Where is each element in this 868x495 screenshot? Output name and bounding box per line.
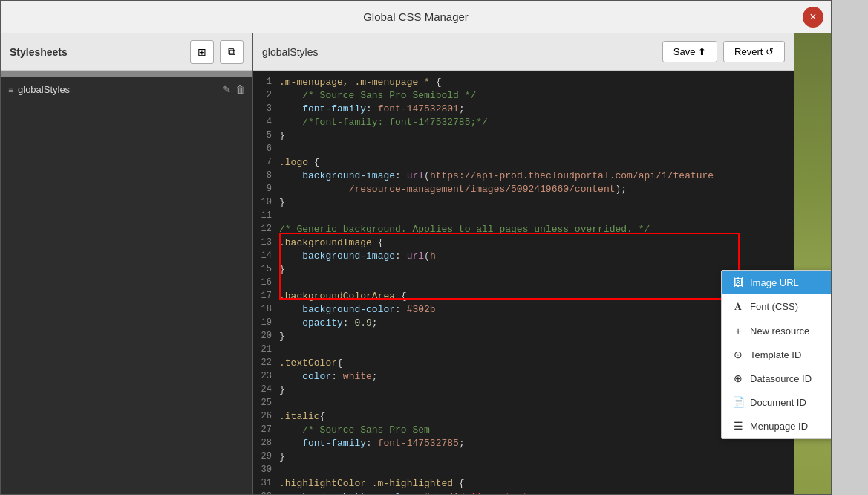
line-number: 2	[253, 90, 279, 100]
line-number: 19	[253, 317, 279, 328]
line-content: /* Generic background. Applies to all pa…	[279, 224, 794, 235]
line-content: background-color: #302b	[279, 304, 794, 315]
modal-title: Global CSS Manager	[363, 10, 469, 23]
line-content: border-bottom-color: #ebad1d !important;	[279, 491, 794, 494]
line-number: 4	[253, 117, 279, 127]
line-content: }	[279, 451, 794, 462]
line-number: 12	[253, 224, 279, 234]
save-button[interactable]: Save ⬆	[662, 41, 717, 62]
font-css-label: Font (CSS)	[750, 301, 798, 312]
code-line: 3 font-family: font-147532801;	[253, 103, 794, 117]
dropdown-item-datasource-id[interactable]: ⊕Datasource ID	[722, 366, 831, 390]
line-number: 32	[253, 491, 279, 494]
item-actions: ✎ 🗑	[223, 84, 245, 95]
line-number: 17	[253, 291, 279, 301]
dropdown-item-menupage-id[interactable]: ☰Menupage ID	[722, 414, 831, 438]
new-resource-label: New resource	[750, 326, 809, 337]
code-line: 13.backgroundImage {	[253, 237, 794, 250]
line-content: font-family: font-147532801;	[279, 103, 794, 114]
image-url-label: Image URL	[750, 277, 799, 288]
stylesheet-item-globalstyles[interactable]: ≡ globalStyles ✎ 🗑	[1, 80, 252, 100]
line-number: 18	[253, 304, 279, 314]
line-number: 31	[253, 478, 279, 488]
menupage-id-label: Menupage ID	[750, 421, 808, 432]
code-editor[interactable]: 1.m-menupage, .m-menupage * {2 /* Source…	[253, 71, 794, 494]
code-line: 20}	[253, 331, 794, 344]
line-content: .highlightColor .m-highlighted {	[279, 478, 794, 489]
editor-topbar: globalStyles Save ⬆ Revert ↺	[253, 33, 794, 71]
font-css-icon: 𝐀	[732, 300, 744, 313]
code-line: 31.highlightColor .m-highlighted {	[253, 478, 794, 491]
line-number: 10	[253, 197, 279, 207]
line-number: 16	[253, 277, 279, 288]
code-line: 8 background-image: url(https://api-prod…	[253, 170, 794, 184]
line-content: }	[279, 331, 794, 342]
line-number: 13	[253, 237, 279, 248]
code-line: 29}	[253, 451, 794, 465]
line-content: .logo {	[279, 157, 794, 168]
code-line: 18 background-color: #302b	[253, 304, 794, 317]
revert-button[interactable]: Revert ↺	[723, 41, 785, 62]
line-content: /* Source Sans Pro Semibold */	[279, 90, 794, 101]
line-content: background-image: url(https://api-prod.t…	[279, 170, 794, 181]
line-content: .backgroundImage {	[279, 237, 794, 248]
code-line: 23 color: white;	[253, 371, 794, 384]
copy-stylesheet-button[interactable]: ⧉	[220, 40, 244, 64]
code-line: 19 opacity: 0.9;	[253, 317, 794, 331]
line-content: background-image: url(h	[279, 250, 794, 262]
image-url-icon: 🖼	[732, 276, 744, 288]
document-id-icon: 📄	[732, 396, 744, 408]
add-stylesheet-button[interactable]: ⊞	[190, 40, 214, 64]
line-content: font-family: font-147532785;	[279, 438, 794, 449]
line-number: 26	[253, 411, 279, 421]
modal-header: Global CSS Manager ×	[1, 1, 831, 33]
code-line: 17.backgroundColorArea {	[253, 291, 794, 304]
line-content: /resource-management/images/5092419660/c…	[279, 184, 794, 195]
line-content: .backgroundColorArea {	[279, 291, 794, 302]
code-line: 6	[253, 143, 794, 157]
code-line: 25	[253, 398, 794, 411]
code-line: 10}	[253, 197, 794, 210]
editor-area: globalStyles Save ⬆ Revert ↺ 1.m-menupag…	[253, 33, 794, 494]
line-content: .italic{	[279, 411, 794, 422]
code-line: 12/* Generic background. Applies to all …	[253, 224, 794, 237]
sidebar-topbar: Stylesheets ⊞ ⧉	[1, 33, 252, 71]
template-id-icon: ⊙	[732, 349, 744, 360]
line-number: 21	[253, 344, 279, 355]
code-line: 24}	[253, 384, 794, 398]
dropdown-item-image-url[interactable]: 🖼Image URL	[722, 271, 831, 294]
line-number: 23	[253, 371, 279, 381]
line-number: 29	[253, 451, 279, 462]
line-content: color: white;	[279, 371, 794, 382]
code-line: 27 /* Source Sans Pro Sem	[253, 424, 794, 438]
line-content: .textColor{	[279, 358, 794, 369]
close-button[interactable]: ×	[803, 7, 823, 28]
code-line: 11	[253, 210, 794, 224]
stylesheet-list: ≡ globalStyles ✎ 🗑	[1, 77, 252, 494]
menupage-id-icon: ☰	[732, 420, 744, 432]
line-number: 5	[253, 130, 279, 140]
code-line: 22.textColor{	[253, 358, 794, 371]
line-number: 6	[253, 143, 279, 154]
line-content: /*font-family: font-147532785;*/	[279, 117, 794, 128]
dropdown-item-template-id[interactable]: ⊙Template ID	[722, 343, 831, 366]
code-line: 5}	[253, 130, 794, 143]
document-id-label: Document ID	[750, 397, 806, 408]
line-number: 20	[253, 331, 279, 341]
code-line: 16	[253, 277, 794, 291]
dropdown-item-new-resource[interactable]: +New resource	[722, 319, 831, 343]
line-number: 3	[253, 103, 279, 114]
code-line: 30	[253, 465, 794, 478]
line-number: 28	[253, 438, 279, 448]
code-line: 2 /* Source Sans Pro Semibold */	[253, 90, 794, 103]
dropdown-item-document-id[interactable]: 📄Document ID	[722, 390, 831, 414]
dropdown-item-font-css[interactable]: 𝐀Font (CSS)	[722, 294, 831, 319]
line-number: 11	[253, 210, 279, 221]
code-line: 15}	[253, 264, 794, 277]
line-content: /* Source Sans Pro Sem	[279, 424, 794, 436]
line-number: 8	[253, 170, 279, 181]
edit-stylesheet-icon[interactable]: ✎	[223, 84, 231, 95]
line-number: 15	[253, 264, 279, 274]
line-number: 7	[253, 157, 279, 167]
delete-stylesheet-icon[interactable]: 🗑	[235, 84, 245, 95]
